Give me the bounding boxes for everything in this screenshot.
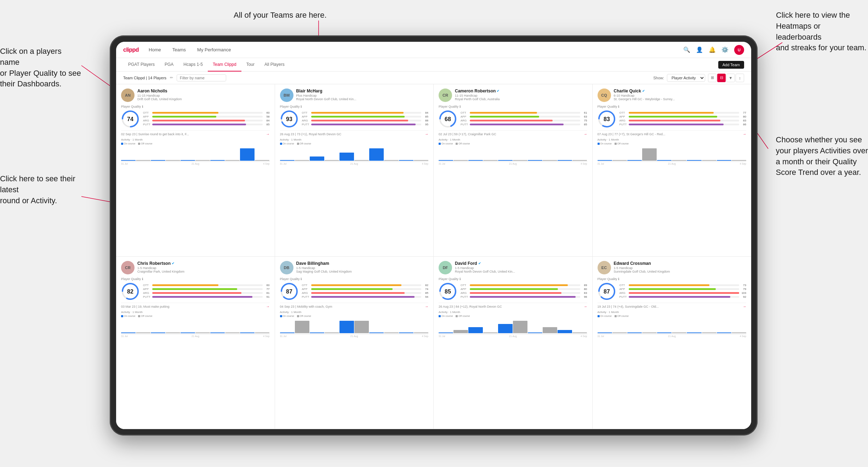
on-course-dot [439,315,441,317]
quality-circle[interactable]: 68 [439,110,457,128]
stat-bar-bg [152,112,263,114]
last-round-arrow[interactable]: → [743,304,746,308]
last-round-arrow[interactable]: → [425,132,428,136]
subnav-tour[interactable]: Tour [241,58,259,72]
chart-bar [195,160,210,161]
player-card[interactable]: DB Dave Billingham 1-5 Handicap Sag Magi… [275,257,434,429]
stat-bar-fill [152,116,216,118]
player-name[interactable]: Aaron Nicholls [137,89,270,93]
quality-circle[interactable]: 87 [598,282,616,301]
subnav-pgat[interactable]: PGAT Players [123,58,160,72]
last-round[interactable]: 07 Aug 23 | 77 (+7), St George's Hill GC… [598,130,747,136]
chart-bars-container [598,146,747,161]
subnav-all-players[interactable]: All Players [259,58,290,72]
player-card[interactable]: BM Blair McHarg Plus Handicap Royal Nort… [275,84,434,257]
quality-circle[interactable]: 74 [121,110,139,128]
on-course-dot [439,143,441,145]
player-name[interactable]: David Ford ✔ [455,261,587,266]
player-name[interactable]: Dave Billingham [296,261,429,266]
stat-bar-bg [152,116,263,118]
view-filter-button[interactable]: ▼ [726,74,735,82]
chart-bar [732,332,746,333]
quality-circle[interactable]: 85 [439,282,457,301]
player-club: Sunningdale Golf Club, United Kingdom [614,270,747,273]
last-round[interactable]: 04 Sep 23 | Mobility with coach, Gym → [280,303,429,308]
search-input[interactable] [177,74,226,81]
edit-icon[interactable]: ✏ [170,75,173,80]
nav-home[interactable]: Home [147,47,162,52]
last-round[interactable]: 03 Mar 23 | 19, Must make putting → [121,303,270,308]
stat-value: 86 [741,123,746,126]
last-round-arrow[interactable]: → [266,304,270,308]
player-name[interactable]: Charlie Quick ✔ [614,89,747,93]
stat-bar-fill [470,112,537,114]
bell-icon[interactable]: 🔔 [709,46,716,53]
player-card[interactable]: CR Cameron Robertson ✔ 11-15 Handicap Ro… [434,84,593,257]
last-round[interactable]: 26 Aug 23 | 73 (+1), Royal North Devon G… [280,130,429,136]
search-icon[interactable]: 🔍 [683,46,690,53]
player-card[interactable]: CR Chris Robertson ✔ 1-5 Handicap Craigm… [116,257,275,429]
subnav-hcaps[interactable]: Hcaps 1-5 [178,58,208,72]
verified-icon: ✔ [497,89,499,93]
stat-bar-fill [152,124,246,125]
team-count-label: Team Clippd | 14 Players [123,76,166,80]
legend-off-course: Off course [615,315,629,317]
view-grid3-button[interactable]: ⊟ [717,74,726,82]
player-card[interactable]: AN Aaron Nicholls 11-15 Handicap Drift G… [116,84,275,257]
stat-value: 58 [264,115,270,118]
last-round-arrow[interactable]: → [743,132,746,136]
stat-label: ARG [461,119,468,122]
chart-bar [687,160,701,161]
chart-bar [166,160,180,161]
activity-legend: On course Off course [439,142,587,145]
subnav-team-clippd[interactable]: Team Clippd [208,58,241,72]
last-round-arrow[interactable]: → [584,304,587,308]
show-select[interactable]: Player Activity [667,74,705,82]
chart-bar [513,160,527,161]
quality-section: 68 OTT 61 APP [439,110,587,128]
stats-bars: OTT 77 APP 80 [619,111,747,127]
quality-circle[interactable]: 93 [280,110,298,128]
settings-icon[interactable]: ⚙️ [721,46,729,53]
quality-circle[interactable]: 83 [598,110,616,128]
player-name[interactable]: Edward Crossman [614,261,747,266]
stat-row: OTT 82 [302,284,429,287]
chart-bar [528,332,542,333]
annotation-choose-activity: Choose whether you see your players Acti… [776,135,868,178]
last-round-arrow[interactable]: → [584,132,587,136]
avatar[interactable]: U [734,45,744,55]
view-grid2-button[interactable]: ⊞ [708,74,716,82]
last-round-arrow[interactable]: → [266,132,270,136]
annotation-click-heatmap: Click here to view the Heatmaps or leade… [776,10,868,53]
player-card[interactable]: CQ Charlie Quick ✔ 6-10 Handicap St. Geo… [593,84,752,257]
player-info: Blair McHarg Plus Handicap Royal North D… [296,89,429,101]
nav-my-performance[interactable]: My Performance [196,47,232,52]
last-round[interactable]: 02 Sep 23 | Sunrise round to get back in… [121,130,270,136]
nav-teams[interactable]: Teams [171,47,187,52]
chart-bars-container [121,318,270,333]
quality-circle[interactable]: 87 [280,282,298,301]
player-name[interactable]: Chris Robertson ✔ [137,261,270,266]
player-header: AN Aaron Nicholls 11-15 Handicap Drift G… [121,89,270,102]
stat-bar-fill [470,288,558,290]
stat-row: APP 85 [302,115,429,118]
stat-bar-bg [311,120,422,121]
subnav-pga[interactable]: PGA [160,58,178,72]
player-card[interactable]: EC Edward Crossman 1-5 Handicap Sunningd… [593,257,752,429]
stat-label: ARG [619,119,627,122]
last-round[interactable]: 19 Jul 23 | 74 (+4), Sunningdale GC - Ol… [598,303,747,308]
quality-svg: 93 [280,110,298,128]
stat-label: APP [143,115,151,118]
off-course-dot [456,143,458,145]
add-team-button[interactable]: Add Team [718,61,744,69]
player-name[interactable]: Blair McHarg [296,89,429,93]
quality-circle[interactable]: 82 [121,282,139,301]
last-round[interactable]: 02 Jul 23 | 59 (+17), Craigmillar Park G… [439,130,587,136]
last-round-arrow[interactable]: → [425,304,428,308]
player-card[interactable]: DF David Ford ✔ 1-5 Handicap Royal North… [434,257,593,429]
last-round[interactable]: 26 Aug 23 | 84 (+12), Royal North Devon … [439,303,587,308]
player-name[interactable]: Cameron Robertson ✔ [455,89,587,93]
chart-bar [339,153,354,161]
person-icon[interactable]: 👤 [696,46,703,53]
view-sort-button[interactable]: ↕ [736,74,744,82]
